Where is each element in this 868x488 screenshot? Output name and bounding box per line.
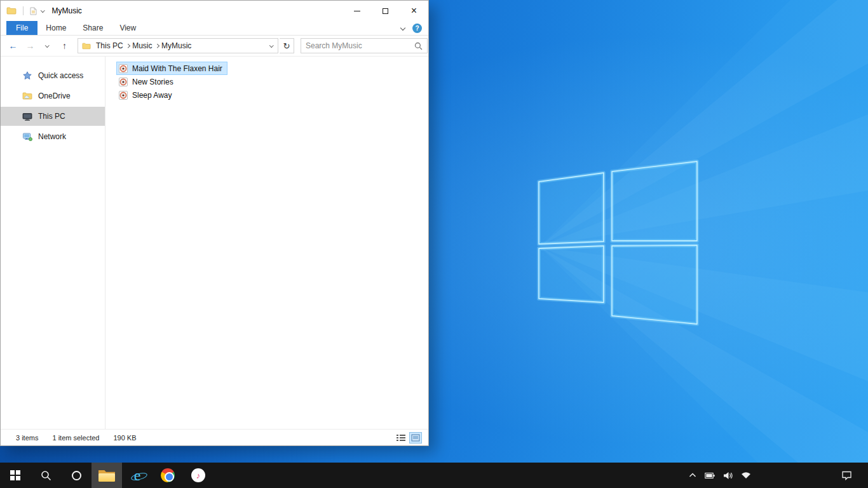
chrome-button[interactable]: [153, 463, 183, 488]
ribbon-tabrow: File Home Share View ?: [1, 21, 428, 36]
wifi-icon[interactable]: [741, 471, 751, 479]
help-icon[interactable]: ?: [412, 24, 422, 33]
qat-properties-icon[interactable]: [30, 7, 37, 15]
system-tray: [689, 463, 868, 488]
star-icon: [22, 71, 32, 80]
windows-start-icon: [10, 470, 20, 480]
large-icons-view-button[interactable]: [409, 432, 422, 444]
chrome-icon: [161, 468, 175, 482]
onedrive-cloud-folder-icon: [22, 92, 32, 100]
address-folder-icon: [82, 43, 91, 50]
media-file-icon: [118, 90, 128, 100]
tab-share[interactable]: Share: [74, 21, 111, 35]
battery-icon[interactable]: [705, 472, 715, 479]
quick-access-toolbar: [6, 6, 44, 15]
cortana-button[interactable]: [61, 463, 92, 488]
file-explorer-icon: [98, 470, 115, 482]
search-box: [301, 38, 428, 53]
chevron-down-icon: [45, 43, 49, 47]
search-input[interactable]: [306, 41, 414, 50]
details-view-icon: [397, 434, 405, 442]
breadcrumb-music[interactable]: Music: [129, 41, 155, 50]
maximize-button[interactable]: [371, 1, 400, 21]
window-controls: ×: [342, 1, 428, 21]
back-button[interactable]: ←: [5, 38, 21, 54]
expand-ribbon-chevron-icon[interactable]: [400, 25, 405, 30]
titlebar: MyMusic ×: [1, 1, 428, 21]
volume-icon[interactable]: [723, 471, 733, 480]
address-dropdown-button[interactable]: [265, 45, 278, 47]
internet-explorer-button[interactable]: e: [122, 463, 153, 488]
navigation-bar: ← → ↑ This PC Music MyMusic ↻: [1, 36, 428, 57]
cortana-icon: [72, 471, 81, 480]
sidebar-item-label: This PC: [38, 112, 65, 121]
itunes-icon: ♪: [191, 468, 205, 482]
sidebar-item-label: Quick access: [38, 71, 83, 80]
selection-status: 1 item selected: [52, 434, 99, 442]
computer-icon: [22, 112, 32, 121]
forward-button[interactable]: →: [22, 38, 38, 54]
file-row-new-stories[interactable]: New Stories: [116, 75, 179, 88]
sidebar-item-label: OneDrive: [38, 92, 71, 100]
media-file-icon: [118, 77, 128, 87]
sidebar-item-this-pc[interactable]: This PC: [1, 107, 105, 126]
file-row-maid-with-the-flaxen-hair[interactable]: Maid With The Flaxen Hair: [116, 62, 227, 75]
up-button[interactable]: ↑: [57, 38, 72, 54]
file-name: Sleep Away: [132, 91, 172, 100]
chevron-down-icon: [269, 43, 273, 47]
minimize-button[interactable]: [342, 1, 371, 21]
taskbar-search-button[interactable]: [31, 463, 61, 488]
tab-view[interactable]: View: [111, 21, 144, 35]
sidebar-item-onedrive[interactable]: OneDrive: [1, 86, 105, 105]
details-view-button[interactable]: [395, 432, 407, 444]
app-folder-icon: [6, 7, 17, 15]
taskbar-file-explorer-button[interactable]: [92, 463, 122, 488]
taskbar: e ♪: [0, 463, 868, 488]
selection-size: 190 KB: [113, 434, 136, 442]
itunes-button[interactable]: ♪: [183, 463, 214, 488]
items-count: 3 items: [16, 434, 38, 442]
window-title: MyMusic: [52, 6, 82, 15]
navigation-pane: Quick access OneDrive This PC Network: [1, 57, 105, 429]
maximize-icon: [383, 8, 388, 14]
qat-separator: [23, 6, 24, 15]
breadcrumb-mymusic[interactable]: MyMusic: [158, 41, 194, 50]
sidebar-item-label: Network: [38, 132, 66, 141]
file-row-sleep-away[interactable]: Sleep Away: [116, 88, 177, 102]
refresh-button[interactable]: ↻: [280, 38, 294, 53]
action-center-icon[interactable]: [841, 471, 852, 480]
status-bar: 3 items 1 item selected 190 KB: [1, 429, 428, 445]
view-toggles: [395, 432, 422, 444]
close-icon: ×: [411, 5, 417, 17]
qat-customize-chevron-icon[interactable]: [41, 8, 44, 12]
internet-explorer-icon: e: [134, 468, 141, 483]
network-icon: [22, 133, 32, 141]
sidebar-item-network[interactable]: Network: [1, 127, 105, 146]
address-bar[interactable]: This PC Music MyMusic: [78, 38, 278, 53]
start-button[interactable]: [0, 463, 31, 488]
hidden-icons-chevron-icon[interactable]: [689, 473, 696, 478]
minimize-icon: [354, 11, 360, 11]
file-list: Maid With The Flaxen Hair New Stories Sl…: [105, 57, 428, 429]
file-explorer-window: MyMusic × File Home Share View ? ← → ↑ T…: [0, 0, 429, 446]
breadcrumb-this-pc[interactable]: This PC: [93, 41, 126, 50]
tab-file[interactable]: File: [6, 21, 37, 35]
file-name: New Stories: [132, 78, 173, 86]
tab-home[interactable]: Home: [37, 21, 74, 35]
search-icon: [41, 470, 51, 481]
search-icon[interactable]: [414, 42, 423, 50]
file-name: Maid With The Flaxen Hair: [132, 64, 222, 73]
media-file-icon: [118, 64, 128, 74]
sidebar-item-quick-access[interactable]: Quick access: [1, 66, 105, 85]
close-button[interactable]: ×: [400, 1, 428, 21]
large-icons-view-icon: [411, 434, 420, 442]
recent-locations-chevron[interactable]: [39, 38, 55, 54]
